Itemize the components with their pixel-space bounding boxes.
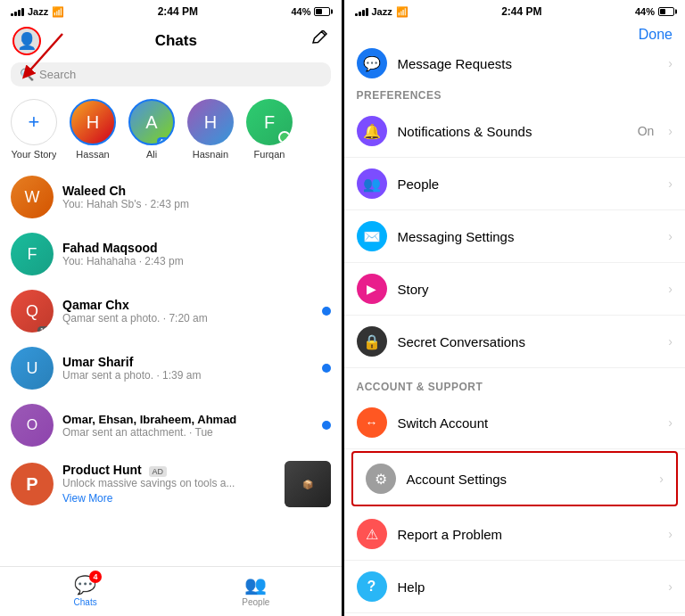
page-title: Chats — [155, 32, 197, 50]
chat-name-omar: Omar, Ehsan, Ibraheem, Ahmad — [62, 413, 313, 426]
story-item-ali[interactable]: A 46m Ali — [128, 99, 175, 160]
account-icon: ⚙ — [366, 464, 396, 494]
chats-tab-icon: 💬 4 — [74, 574, 96, 595]
settings-item-story[interactable]: ▶ Story › — [344, 263, 686, 316]
story-avatar-furqan: F — [246, 99, 293, 145]
battery-icon-right — [658, 7, 674, 16]
status-bar-left: Jazz 📶 2:44 PM 44% — [0, 0, 342, 21]
messaging-icon: ✉️ — [357, 221, 387, 251]
view-more-button[interactable]: View More — [62, 492, 112, 505]
carrier-label-right: Jazz — [372, 6, 392, 17]
story-label-hassan: Hassan — [76, 149, 109, 160]
profile-avatar[interactable]: 👤 — [12, 27, 41, 55]
switch-icon: ↔ — [357, 407, 387, 438]
ali-time-badge: 46m — [157, 137, 175, 145]
secret-chevron: › — [668, 334, 673, 349]
notifications-value: On — [638, 124, 655, 138]
status-right-left: Jazz 📶 — [355, 6, 409, 18]
message-requests-scroll-indicator: 💬 Message Requests › — [344, 50, 686, 77]
settings-item-secret[interactable]: 🔒 Secret Conversations › — [344, 316, 686, 368]
status-right-right: 44% — [635, 6, 674, 17]
chat-name-umar: Umar Sharif — [62, 355, 313, 369]
message-requests-label: Message Requests — [398, 56, 669, 71]
settings-item-report[interactable]: ⚠ Report a Problem › — [344, 508, 686, 561]
chat-name-fahad: Fahad Maqsood — [62, 241, 331, 255]
settings-item-notifications[interactable]: 🔔 Notifications & Sounds On › — [344, 105, 686, 158]
settings-item-account[interactable]: ⚙ Account Settings › — [351, 451, 679, 506]
signal-icon — [11, 8, 24, 16]
chat-preview-waleed: You: Hahah Sb's · 2:43 pm — [62, 198, 331, 210]
story-label-ali: Ali — [146, 149, 157, 160]
chat-item-product-hunt[interactable]: P Product Hunt AD Unlock massive savings… — [0, 454, 342, 514]
settings-item-people[interactable]: 👥 People › — [344, 158, 686, 210]
qamar-badge: 12m — [37, 326, 54, 333]
notifications-label: Notifications & Sounds — [398, 124, 627, 139]
switch-chevron: › — [668, 415, 673, 430]
chat-item-umar[interactable]: U Umar Sharif Umar sent a photo. · 1:39 … — [0, 340, 342, 397]
profile-button-wrapper[interactable]: 👤 — [12, 27, 41, 55]
settings-item-help[interactable]: ? Help › — [344, 561, 686, 613]
done-button[interactable]: Done — [639, 27, 673, 43]
settings-item-switch[interactable]: ↔ Switch Account › — [344, 397, 686, 449]
carrier-label: Jazz — [28, 6, 48, 17]
settings-item-messaging[interactable]: ✉️ Messaging Settings › — [344, 210, 686, 263]
right-panel: Jazz 📶 2:44 PM 44% Done 💬 Message Reques… — [342, 0, 686, 616]
notifications-chevron: › — [668, 124, 673, 138]
people-icon: 👥 — [357, 168, 387, 199]
chat-meta-omar — [322, 421, 331, 430]
status-right: 44% — [291, 6, 330, 17]
secret-label: Secret Conversations — [398, 334, 658, 349]
story-avatar-hasnain: H — [187, 99, 234, 145]
account-settings-wrapper: ⚙ Account Settings › — [351, 451, 679, 506]
chat-avatar-waleed: W — [11, 176, 54, 218]
chat-name-product-hunt: Product Hunt AD — [62, 463, 276, 477]
chat-preview-omar: Omar sent an attachment. · Tue — [62, 426, 313, 439]
story-item-hasnain[interactable]: H Hasnain — [187, 99, 234, 160]
notifications-icon: 🔔 — [357, 116, 387, 146]
left-panel: Jazz 📶 2:44 PM 44% 👤 Chats — [0, 0, 342, 616]
story-item-your-story[interactable]: + Your Story — [11, 99, 57, 160]
chat-avatar-product-hunt: P — [11, 463, 54, 505]
people-chevron: › — [668, 177, 673, 191]
search-bar[interactable]: 🔍 Search — [11, 62, 331, 86]
account-support-header: ACCOUNT & SUPPORT — [344, 368, 686, 397]
chat-meta-umar — [322, 364, 331, 373]
chat-item-waleed[interactable]: W Waleed Ch You: Hahah Sb's · 2:43 pm — [0, 168, 342, 226]
settings-header: Done — [344, 21, 686, 50]
compose-icon[interactable] — [310, 30, 328, 53]
story-chevron: › — [668, 282, 673, 296]
account-chevron: › — [659, 472, 664, 486]
story-item-furqan[interactable]: F Furqan — [246, 99, 293, 160]
people-tab-icon: 👥 — [244, 574, 267, 595]
battery-icon — [314, 7, 330, 16]
story-label-hasnain: Hasnain — [193, 149, 228, 160]
chat-info-omar: Omar, Ehsan, Ibraheem, Ahmad Omar sent a… — [62, 413, 313, 439]
account-label: Account Settings — [407, 472, 649, 487]
switch-label: Switch Account — [398, 415, 658, 431]
product-thumbnail: 📦 — [285, 461, 331, 507]
story-item-hassan[interactable]: H Hassan — [70, 99, 116, 160]
help-icon: ? — [357, 571, 387, 602]
tab-chats[interactable]: 💬 4 Chats — [0, 574, 170, 607]
chat-item-omar[interactable]: O Omar, Ehsan, Ibraheem, Ahmad Omar sent… — [0, 397, 342, 454]
chats-badge: 4 — [89, 571, 102, 583]
story-avatar-your-story: + — [11, 99, 57, 145]
story-avatar-hassan: H — [70, 99, 116, 145]
chats-tab-label: Chats — [74, 597, 97, 607]
chat-avatar-umar: U — [11, 347, 54, 390]
tab-people[interactable]: 👥 People — [170, 574, 341, 607]
report-label: Report a Problem — [398, 527, 658, 542]
unread-dot-omar — [322, 421, 331, 430]
chat-item-fahad[interactable]: F Fahad Maqsood You: Hahahaha · 2:43 pm — [0, 226, 342, 283]
chat-avatar-qamar: Q 12m — [11, 290, 54, 333]
chat-meta-qamar — [322, 307, 331, 316]
status-left: Jazz 📶 — [11, 6, 64, 18]
chat-name-waleed: Waleed Ch — [62, 184, 331, 198]
chat-name-qamar: Qamar Chx — [62, 298, 313, 312]
people-tab-label: People — [242, 597, 269, 607]
help-label: Help — [398, 579, 658, 595]
chat-preview-umar: Umar sent a photo. · 1:39 am — [62, 369, 313, 382]
search-input[interactable]: Search — [39, 68, 76, 81]
chat-item-qamar[interactable]: Q 12m Qamar Chx Qamar sent a photo. · 7:… — [0, 283, 342, 340]
chat-info-fahad: Fahad Maqsood You: Hahahaha · 2:43 pm — [62, 241, 331, 267]
